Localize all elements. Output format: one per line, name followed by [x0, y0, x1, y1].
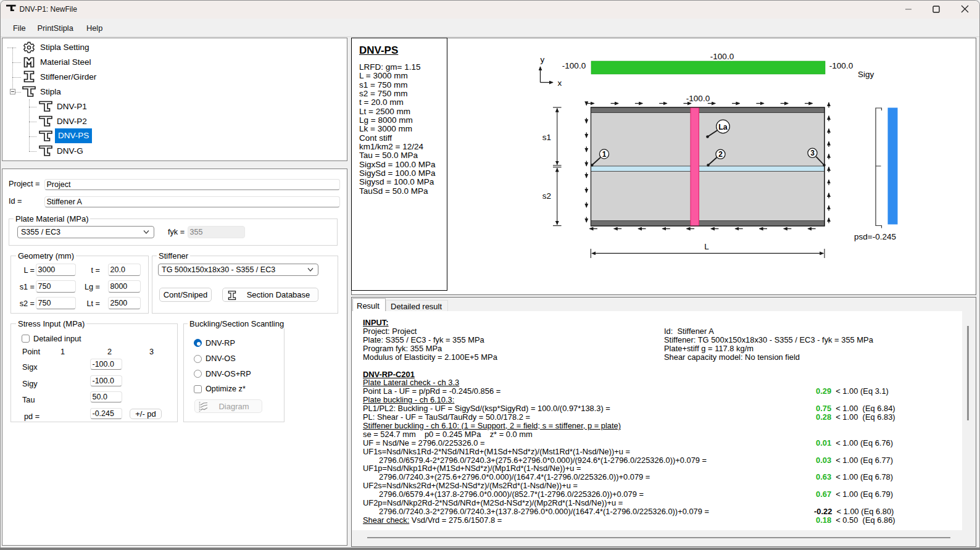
svg-text:L: L: [704, 242, 709, 251]
svg-text:x: x: [558, 78, 562, 88]
svg-text:Sigy: Sigy: [858, 70, 874, 79]
svg-text:1: 1: [602, 150, 607, 159]
svg-text:2: 2: [718, 150, 723, 159]
svg-text:s1: s1: [542, 133, 551, 142]
svg-text:-100.0: -100.0: [562, 61, 586, 70]
svg-text:-100.0: -100.0: [710, 52, 734, 61]
svg-text:-100.0: -100.0: [686, 94, 710, 103]
svg-text:-100.0: -100.0: [829, 61, 853, 70]
svg-text:psd=-0.245: psd=-0.245: [854, 232, 896, 241]
svg-text:La: La: [718, 123, 728, 131]
svg-text:y: y: [541, 55, 545, 64]
svg-text:3: 3: [810, 149, 815, 157]
svg-text:s2: s2: [542, 191, 551, 201]
